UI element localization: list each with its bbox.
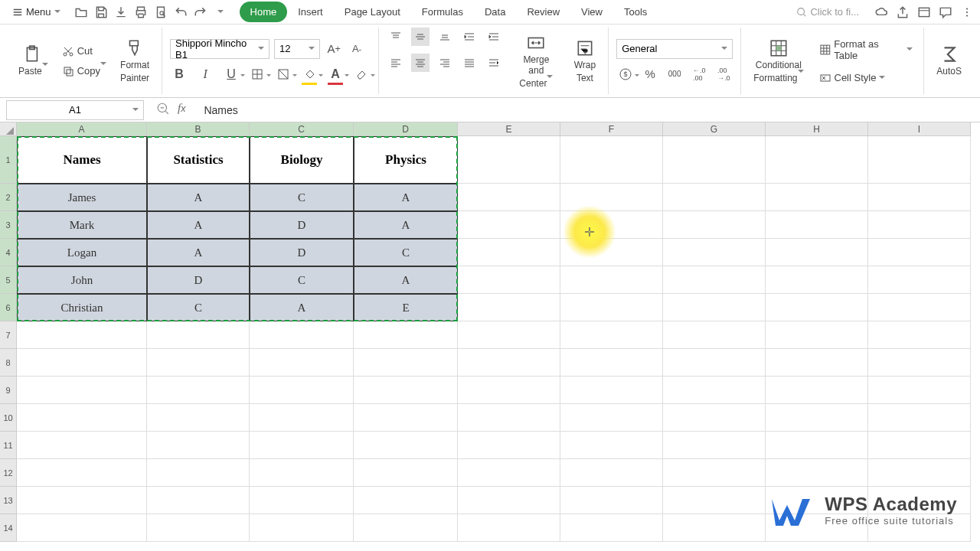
cell-B6[interactable]: C	[147, 294, 250, 321]
row-header-2[interactable]: 2	[0, 184, 17, 211]
cell-B14[interactable]	[147, 514, 250, 542]
cell-B9[interactable]	[147, 377, 250, 404]
cell-E13[interactable]	[458, 487, 560, 514]
cell-D2[interactable]: A	[354, 184, 458, 211]
number-format-select[interactable]: General	[616, 39, 733, 59]
menu-button[interactable]: Menu	[6, 3, 67, 21]
col-header-F[interactable]: F	[560, 122, 663, 136]
col-header-H[interactable]: H	[766, 122, 868, 136]
fx-icon[interactable]: fx	[178, 102, 185, 119]
search-box[interactable]: Click to fi...	[790, 6, 865, 18]
cell-C14[interactable]	[250, 514, 354, 542]
cell-C3[interactable]: D	[250, 211, 354, 239]
cell-F6[interactable]	[560, 294, 663, 321]
font-name-select[interactable]: Shippori Mincho B1	[170, 39, 270, 59]
row-header-9[interactable]: 9	[0, 377, 17, 404]
cell-A9[interactable]	[17, 377, 147, 404]
cell-C1[interactable]: Biology	[250, 136, 354, 184]
cut-button[interactable]: Cut	[59, 44, 109, 59]
cell-A5[interactable]: John	[17, 266, 147, 294]
row-header-5[interactable]: 5	[0, 266, 17, 294]
cell-A14[interactable]	[17, 514, 147, 542]
font-size-select[interactable]: 12	[274, 39, 320, 59]
export-icon[interactable]	[114, 5, 128, 19]
autosum-button[interactable]: AutoS	[932, 41, 966, 80]
cell-A8[interactable]	[17, 349, 147, 377]
cell-H6[interactable]	[766, 294, 868, 321]
cell-I12[interactable]	[868, 459, 971, 487]
redo-icon[interactable]	[194, 5, 207, 19]
cell-H7[interactable]	[766, 321, 868, 349]
open-icon[interactable]	[74, 5, 88, 19]
cell-E5[interactable]	[458, 266, 560, 294]
cell-C12[interactable]	[250, 459, 354, 487]
decrease-indent-icon[interactable]	[460, 28, 479, 46]
increase-font-icon[interactable]: A+	[325, 40, 343, 58]
tab-formulas[interactable]: Formulas	[411, 2, 474, 22]
cell-B7[interactable]	[147, 321, 250, 349]
cell-H12[interactable]	[766, 459, 868, 487]
align-middle-icon[interactable]	[411, 28, 430, 46]
orientation-icon[interactable]	[485, 54, 503, 72]
cell-B4[interactable]: A	[147, 239, 250, 266]
row-header-13[interactable]: 13	[0, 487, 17, 514]
col-header-B[interactable]: B	[147, 122, 250, 136]
cell-B2[interactable]: A	[147, 184, 250, 211]
cell-G5[interactable]	[663, 266, 766, 294]
cell-D14[interactable]	[354, 514, 458, 542]
cell-A12[interactable]	[17, 459, 147, 487]
save-icon[interactable]	[94, 5, 108, 19]
row-header-7[interactable]: 7	[0, 321, 17, 349]
cell-F11[interactable]	[560, 432, 663, 459]
cell-D6[interactable]: E	[354, 294, 458, 321]
cell-F7[interactable]	[560, 321, 663, 349]
cell-I4[interactable]	[868, 239, 971, 266]
bold-button[interactable]: B	[170, 65, 188, 83]
clear-format-button[interactable]	[352, 65, 371, 83]
cell-F2[interactable]	[560, 184, 663, 211]
cell-C10[interactable]	[250, 404, 354, 432]
tab-tools[interactable]: Tools	[613, 2, 658, 22]
zoom-out-icon[interactable]	[156, 102, 170, 119]
cell-B11[interactable]	[147, 432, 250, 459]
increase-decimal-button[interactable]: .00→.0	[714, 65, 733, 83]
row-header-10[interactable]: 10	[0, 404, 17, 432]
paste-button[interactable]: Paste	[14, 28, 53, 94]
qat-more-icon[interactable]	[214, 5, 227, 19]
cell-I10[interactable]	[868, 404, 971, 432]
cell-F3[interactable]	[560, 211, 663, 239]
cell-E1[interactable]	[458, 136, 560, 184]
cloud-icon[interactable]	[874, 5, 888, 19]
cell-G1[interactable]	[663, 136, 766, 184]
cell-G8[interactable]	[663, 349, 766, 377]
cell-C5[interactable]: C	[250, 266, 354, 294]
cell-C8[interactable]	[250, 349, 354, 377]
cell-E10[interactable]	[458, 404, 560, 432]
cell-A4[interactable]: Logan	[17, 239, 147, 266]
cell-D7[interactable]	[354, 321, 458, 349]
cell-style-quick-button[interactable]	[274, 65, 292, 83]
cell-B13[interactable]	[147, 487, 250, 514]
row-header-12[interactable]: 12	[0, 459, 17, 487]
align-right-icon[interactable]	[436, 54, 454, 72]
cell-G14[interactable]	[663, 514, 766, 542]
select-all-corner[interactable]	[0, 122, 17, 136]
cell-style-button[interactable]: Cell Style	[816, 70, 916, 86]
cell-F13[interactable]	[560, 487, 663, 514]
cell-C9[interactable]	[250, 377, 354, 404]
cell-G6[interactable]	[663, 294, 766, 321]
align-top-icon[interactable]	[387, 28, 405, 46]
tab-data[interactable]: Data	[474, 2, 516, 22]
cell-G12[interactable]	[663, 459, 766, 487]
cell-D9[interactable]	[354, 377, 458, 404]
tab-view[interactable]: View	[570, 2, 613, 22]
underline-button[interactable]: U	[222, 65, 240, 83]
print-preview-icon[interactable]	[154, 5, 168, 19]
comma-button[interactable]: 000	[665, 65, 684, 83]
col-header-A[interactable]: A	[17, 122, 147, 136]
cell-E8[interactable]	[458, 349, 560, 377]
row-header-14[interactable]: 14	[0, 514, 17, 542]
cell-D12[interactable]	[354, 459, 458, 487]
cell-I7[interactable]	[868, 321, 971, 349]
cell-D10[interactable]	[354, 404, 458, 432]
